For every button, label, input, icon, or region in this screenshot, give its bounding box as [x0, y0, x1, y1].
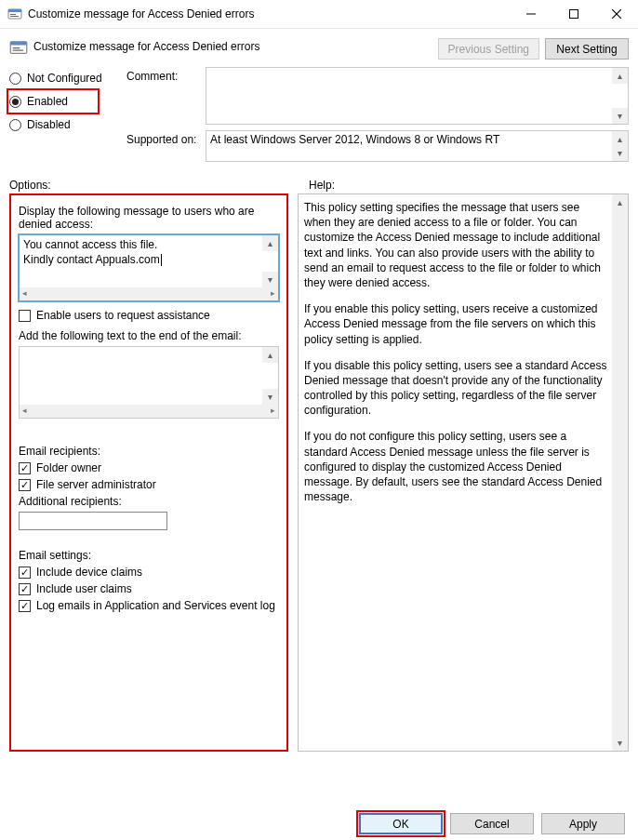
checkbox-label: Include user claims — [36, 582, 132, 595]
supported-value: At least Windows Server 2012, Windows 8 … — [210, 133, 499, 146]
display-message-value: You cannot access this file. Kindly cont… — [23, 238, 160, 266]
scroll-down-icon[interactable]: ▾ — [612, 145, 628, 161]
policy-icon — [7, 7, 22, 21]
checkbox-icon — [19, 310, 31, 322]
minimize-button[interactable] — [510, 0, 552, 28]
email-append-field[interactable]: ▴ ▾ ◂▸ — [19, 346, 279, 419]
radio-disabled[interactable]: Disabled — [9, 113, 126, 136]
maximize-button[interactable] — [552, 0, 595, 28]
radio-icon — [9, 73, 21, 85]
supported-field: At least Windows Server 2012, Windows 8 … — [206, 130, 629, 162]
scroll-down-icon[interactable]: ▾ — [612, 108, 628, 124]
email-append-label: Add the following text to the end of the… — [19, 329, 279, 342]
display-message-field[interactable]: You cannot access this file. Kindly cont… — [19, 234, 279, 301]
checkbox-label: Log emails in Application and Services e… — [36, 599, 275, 612]
checkbox-label: Folder owner — [36, 461, 101, 474]
help-pane: This policy setting specifies the messag… — [298, 193, 629, 752]
recipients-heading: Email recipients: — [19, 445, 279, 458]
scroll-up-icon[interactable]: ▴ — [612, 68, 628, 84]
help-paragraph: If you do not configure this policy sett… — [304, 429, 609, 504]
horizontal-scrollbar[interactable]: ◂▸ — [20, 405, 278, 418]
radio-label: Not Configured — [27, 72, 102, 85]
help-paragraph: This policy setting specifies the messag… — [304, 200, 609, 290]
window-controls — [510, 0, 638, 28]
scroll-down-icon[interactable]: ▾ — [262, 389, 278, 405]
titlebar: Customize message for Access Denied erro… — [0, 0, 638, 29]
policy-icon — [9, 38, 28, 57]
checkbox-icon — [19, 567, 31, 579]
svg-rect-2 — [10, 14, 16, 15]
previous-setting-button: Previous Setting — [438, 38, 539, 60]
next-setting-button[interactable]: Next Setting — [545, 38, 629, 60]
display-message-label: Display the following message to users w… — [19, 205, 279, 231]
checkbox-label: Include device claims — [36, 566, 142, 579]
policy-title: Customize message for Access Denied erro… — [33, 38, 438, 53]
scroll-up-icon[interactable]: ▴ — [612, 194, 628, 210]
comment-field[interactable]: ▴ ▾ — [206, 67, 629, 125]
folder-owner-checkbox[interactable]: Folder owner — [19, 461, 279, 474]
checkbox-icon — [19, 600, 31, 612]
svg-rect-5 — [570, 10, 578, 19]
scroll-down-icon[interactable]: ▾ — [262, 272, 278, 287]
window-title: Customize message for Access Denied erro… — [28, 7, 510, 20]
cancel-button[interactable]: Cancel — [450, 813, 534, 834]
comment-label: Comment: — [126, 67, 206, 125]
checkbox-icon — [19, 462, 31, 474]
dialog-buttons: OK Cancel Apply — [0, 813, 638, 834]
help-paragraph: If you disable this policy setting, user… — [304, 358, 609, 419]
additional-recipients-field[interactable] — [19, 512, 167, 530]
radio-label: Enabled — [27, 95, 68, 108]
close-button[interactable] — [595, 0, 638, 28]
help-heading: Help: — [290, 179, 629, 192]
horizontal-scrollbar[interactable]: ◂▸ — [20, 287, 278, 300]
user-claims-checkbox[interactable]: Include user claims — [19, 582, 279, 595]
ok-button[interactable]: OK — [359, 813, 443, 834]
enable-assistance-checkbox[interactable]: Enable users to request assistance — [19, 309, 279, 322]
supported-label: Supported on: — [126, 130, 206, 162]
email-settings-heading: Email settings: — [19, 549, 279, 562]
enabled-highlight: Enabled — [7, 88, 100, 114]
apply-button[interactable]: Apply — [541, 813, 625, 834]
additional-recipients-label: Additional recipients: — [19, 495, 279, 508]
svg-rect-3 — [10, 16, 19, 17]
log-emails-checkbox[interactable]: Log emails in Application and Services e… — [19, 599, 279, 612]
checkbox-label: File server administrator — [36, 478, 156, 491]
help-scrollbar[interactable]: ▴ ▾ — [612, 194, 628, 751]
options-pane: Display the following message to users w… — [9, 193, 288, 752]
radio-icon — [9, 119, 21, 131]
checkbox-label: Enable users to request assistance — [36, 309, 210, 322]
help-paragraph: If you enable this policy setting, users… — [304, 301, 609, 347]
radio-label: Disabled — [27, 118, 71, 131]
radio-not-configured[interactable]: Not Configured — [9, 67, 126, 89]
header-area: Customize message for Access Denied erro… — [0, 29, 638, 171]
device-claims-checkbox[interactable]: Include device claims — [19, 566, 279, 579]
radio-enabled[interactable]: Enabled — [9, 91, 68, 112]
scroll-down-icon[interactable]: ▾ — [612, 735, 628, 751]
svg-rect-9 — [10, 42, 27, 46]
file-admin-checkbox[interactable]: File server administrator — [19, 478, 279, 491]
checkbox-icon — [19, 583, 31, 595]
svg-rect-1 — [8, 9, 21, 12]
scroll-up-icon[interactable]: ▴ — [262, 347, 278, 363]
svg-rect-11 — [13, 50, 23, 51]
options-heading: Options: — [9, 179, 290, 192]
state-radio-group: Not Configured Enabled Disabled — [9, 67, 126, 136]
svg-rect-10 — [13, 47, 20, 48]
radio-icon — [9, 96, 21, 108]
scroll-up-icon[interactable]: ▴ — [262, 235, 278, 251]
checkbox-icon — [19, 479, 31, 491]
